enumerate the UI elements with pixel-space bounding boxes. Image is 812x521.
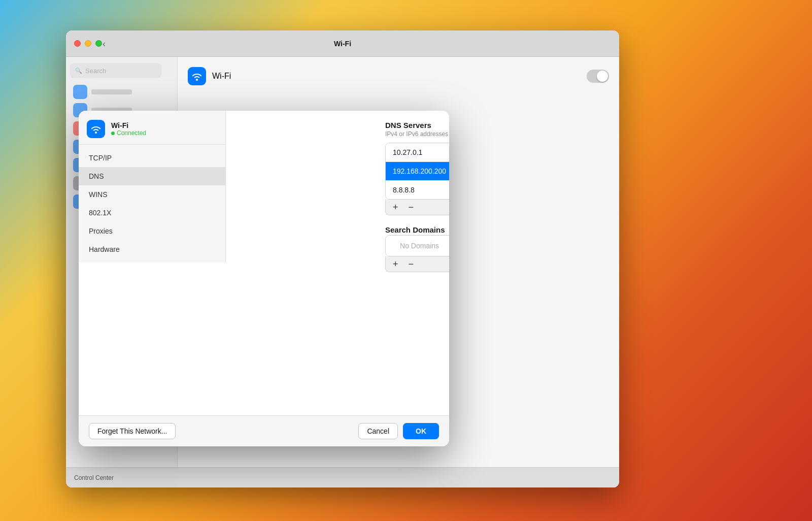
search-domains-list: No Domains [385, 235, 449, 256]
dialog-wifi-status: Connected [111, 129, 146, 137]
dialog-navigation: TCP/IP DNS WINS 802.1X Proxies Hardware [79, 145, 225, 263]
search-domains-title: Search Domains [385, 225, 449, 234]
nav-item-hardware[interactable]: Hardware [79, 240, 225, 258]
status-text: Connected [117, 129, 146, 137]
minimize-button[interactable] [85, 40, 91, 47]
cancel-button[interactable]: Cancel [358, 423, 398, 439]
bottom-bar-text: Control Center [74, 474, 114, 481]
dns-servers-title: DNS Servers [385, 121, 449, 129]
wifi-main-label: Wi-Fi [212, 72, 231, 81]
bg-search-icon: 🔍 [75, 68, 82, 74]
dns-server-item-3[interactable]: 8.8.8.8 [386, 181, 449, 199]
wifi-toggle[interactable] [587, 70, 609, 83]
wifi-header-row: Wi-Fi [188, 67, 609, 85]
dns-add-button[interactable]: + [391, 203, 400, 212]
dns-servers-section: DNS Servers IPv4 or IPv6 addresses 10.27… [385, 121, 449, 215]
dialog-main-content: DNS Servers IPv4 or IPv6 addresses 10.27… [373, 111, 449, 415]
bg-label [91, 89, 132, 94]
dns-servers-controls: + − [385, 200, 449, 215]
maximize-button[interactable] [95, 40, 102, 47]
window-title: Wi-Fi [334, 40, 351, 48]
dns-server-item-1[interactable]: 10.27.0.1 [386, 143, 449, 162]
bg-search-text: Search [85, 67, 106, 75]
dns-server-item-2[interactable]: 192.168.200.200 [386, 162, 449, 181]
dialog-wifi-header: Wi-Fi Connected [79, 111, 225, 145]
search-domains-controls: + − [385, 256, 449, 272]
dialog-inner: Wi-Fi Connected TCP/IP DNS WINS 802.1X P… [79, 111, 449, 415]
nav-item-dns[interactable]: DNS [79, 167, 225, 185]
dialog-wifi-name: Wi-Fi [111, 121, 146, 129]
close-button[interactable] [74, 40, 81, 47]
domains-remove-button[interactable]: − [407, 259, 416, 269]
nav-item-wins[interactable]: WINS [79, 185, 225, 204]
dialog-wifi-info: Wi-Fi Connected [111, 121, 146, 137]
spacer [385, 282, 449, 405]
bg-icon [73, 85, 87, 99]
dialog-footer: Forget This Network... Cancel OK [79, 415, 449, 446]
dns-servers-subtitle: IPv4 or IPv6 addresses [385, 131, 449, 138]
search-domains-section: Search Domains No Domains + − [385, 225, 449, 272]
domains-add-button[interactable]: + [391, 259, 400, 269]
status-dot [111, 132, 115, 135]
bg-search-bar: 🔍 Search [70, 63, 161, 78]
nav-item-proxies[interactable]: Proxies [79, 222, 225, 240]
dialog-wifi-icon [87, 120, 105, 138]
nav-item-tcpip[interactable]: TCP/IP [79, 149, 225, 167]
dns-remove-button[interactable]: − [407, 203, 416, 212]
dialog-sidebar: Wi-Fi Connected TCP/IP DNS WINS 802.1X P… [79, 111, 226, 263]
no-domains-label: No Domains [386, 236, 449, 256]
bottom-bar: Control Center [66, 467, 619, 487]
wifi-icon-background [188, 67, 206, 85]
bg-item [70, 83, 173, 101]
titlebar: ‹ Wi-Fi [66, 30, 619, 57]
ok-button[interactable]: OK [403, 423, 439, 439]
network-dialog: Wi-Fi Connected TCP/IP DNS WINS 802.1X P… [79, 111, 449, 446]
back-button[interactable]: ‹ [103, 39, 106, 48]
nav-item-8021x[interactable]: 802.1X [79, 204, 225, 222]
dns-servers-list: 10.27.0.1 192.168.200.200 8.8.8.8 [385, 143, 449, 200]
forget-network-button[interactable]: Forget This Network... [89, 423, 176, 439]
